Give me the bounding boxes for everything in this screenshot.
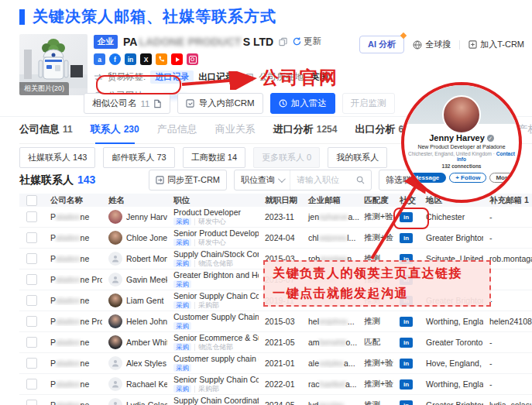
avatar [108,231,122,245]
company-name-prefix: PA [123,36,137,48]
row-checkbox-cell [19,358,44,369]
row-checkbox-cell [19,379,44,390]
row-checkbox[interactable] [26,400,37,405]
start-monitoring-button[interactable]: 开启监测 [342,93,395,114]
tab-import-analysis[interactable]: 进口分析1254 [273,122,338,136]
tab-business-relations[interactable]: 商业关系 [215,122,256,136]
start-date-cell: 2021-01 [259,359,302,368]
row-checkbox-cell [19,211,44,222]
job-title-cell: Greater Brighton and Hove Area采购 [167,271,259,289]
job-title: Customer Supply Chain [173,313,259,321]
photo-count-label: 相关图片(20) [19,82,69,95]
col-title: 职位 [167,195,259,206]
table-row: PaladonneLydia ColasurdoSupply Chain Coo… [19,395,532,405]
linkedin-link-icon[interactable]: in [400,379,413,390]
subtab-email-contacts[interactable]: 邮件联系人 73 [103,147,174,168]
avatar [108,210,122,224]
start-date-cell: 2023-11 [259,212,302,221]
official-site-callout: 公司官网 [261,66,338,90]
procurement-tag: 采购 [173,343,191,351]
position-search-input[interactable]: 请输入职位 [290,170,371,190]
amazon-icon[interactable]: a [94,53,105,65]
instagram-icon[interactable] [187,53,198,65]
contact-name: Amber Whitty [126,338,167,347]
tab-label: 进口分析 [273,122,314,136]
youtube-icon[interactable] [171,53,183,65]
global-search-button[interactable]: 全球搜 [413,39,451,50]
subtab-business-data[interactable]: 工商数据 14 [183,147,245,168]
procurement-tag: 采购 [173,301,191,309]
add-radar-button[interactable]: 加入雷达 [270,93,335,114]
row-checkbox[interactable] [26,337,37,348]
table-row: PaladonneChloe JonesSenior Product Devel… [19,228,532,249]
subtab-social-contacts[interactable]: 社媒联系人 143 [19,147,95,168]
row-checkbox-cell [19,400,44,405]
job-title: Product Developer [173,208,259,217]
tab-label: 产品信息 [157,122,197,136]
import-crm-button[interactable]: 导入内部CRM [177,93,263,114]
linkedin-link-icon[interactable]: in [400,400,413,405]
sync-tcrm-button[interactable]: 同步至T-CRM [149,170,227,190]
row-checkbox[interactable] [26,358,37,369]
linkedin-icon[interactable]: in [125,53,136,65]
section-title: 社媒联系人 143 [19,173,95,187]
department-tag: 研发中心 [194,239,226,246]
phone-icon[interactable] [156,53,167,65]
callout-line-1: 关键负责人的领英主页直达链接 [273,263,489,283]
start-date-cell: 2024-05 [259,400,302,405]
contact-name-cell: Robert Monta... [102,252,167,266]
tab-company-info[interactable]: 公司信息11 [19,122,73,136]
extra-email-cell: - [483,359,532,368]
company-name-cell: Paladonne [44,233,102,242]
select-all-checkbox[interactable] [26,195,37,206]
col-date: 就职日期 [259,195,302,206]
tab-label: 公司信息 [19,122,60,136]
position-search-group: 职位查询 请输入职位 [234,170,372,190]
department-tag: 物流仓储部 [194,260,233,267]
row-checkbox[interactable] [26,211,37,222]
linkedin-link-icon[interactable]: in [400,317,413,327]
match-level-cell: 推测 [361,400,393,405]
join-tcrm-button[interactable]: 加入T-CRM [469,39,524,50]
row-checkbox-cell [19,295,44,306]
globe-icon [413,40,422,50]
job-title-cell: Supply Chain Coordinator采购 [167,396,259,405]
copy-icon[interactable] [279,37,287,46]
match-level-cell: 推测+验证 [361,358,393,369]
department-tag: 采购部 [194,302,219,309]
row-checkbox[interactable] [26,274,37,285]
tab-contacts[interactable]: 联系人230 [91,122,139,136]
similar-companies-button[interactable]: 相似公司名 11 [84,93,170,114]
extra-email-cell: - [483,338,532,347]
extra-email-cell: - [483,379,532,389]
start-monitoring-label: 开启监测 [351,98,386,109]
contact-name-cell: Jenny Harvey [102,210,167,224]
start-date-cell: 2015-03 [259,317,302,326]
job-title-cell: Senior Product Developer采购研发中心 [167,229,259,247]
follow-button[interactable]: + Follow [449,173,486,183]
linkedin-link-icon[interactable]: in [400,359,413,369]
row-checkbox[interactable] [26,295,37,306]
job-title: Senior Ecommerce & Supply Cha... [173,334,259,342]
row-checkbox[interactable] [26,379,37,390]
row-checkbox[interactable] [26,253,37,264]
company-photo[interactable]: 相关图片(20) [19,34,88,95]
tab-products[interactable]: 产品信息 [157,122,197,136]
ai-analysis-button[interactable]: AI 分析 [359,36,404,53]
row-checkbox[interactable] [26,316,37,327]
linkedin-name: Jenny Harvey ✓ [404,133,519,142]
facebook-icon[interactable]: f [109,53,121,65]
refresh-button[interactable]: 更新 [293,36,321,47]
job-title-cell: Senior Supply Chain Coordinator采购采购部 [167,292,259,310]
divider [459,40,460,50]
position-select[interactable]: 职位查询 [235,170,290,190]
contact-name-cell: Amber Whitty [102,335,167,349]
row-checkbox[interactable] [26,232,37,243]
subtab-more-contacts[interactable]: 更多联系人 0 [253,147,320,168]
company-name-cell: Paladonne [44,379,102,389]
table-row: PaladonneJenny HarveyProduct Developer采购… [19,207,532,228]
contact-name: Robert Monta... [126,254,167,263]
linkedin-link-icon[interactable]: in [400,338,413,348]
social-cell: in [393,400,420,405]
x-twitter-icon[interactable]: X [140,53,152,65]
